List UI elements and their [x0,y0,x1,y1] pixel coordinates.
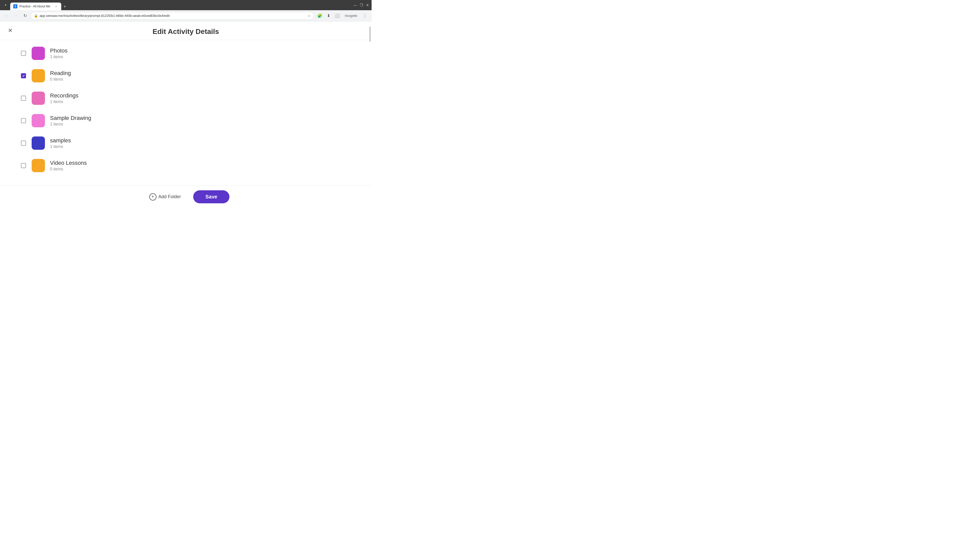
scrollbar-thumb [369,27,371,42]
item-name: Photos [50,48,351,54]
main-content: ✕ Edit Activity Details Photos1 itemsRea… [0,21,372,208]
checkbox-wrapper [21,50,27,56]
item-count: 1 items [50,122,351,127]
item-name: Sample Drawing [50,115,351,121]
item-count: 0 items [50,77,351,82]
browser-titlebar: ▾ S Practice - All About Me × + — ❐ ✕ [0,0,372,10]
folder-icon-5 [32,159,45,172]
list-item: Photos1 items [21,42,351,65]
item-name: Recordings [50,92,351,99]
checkbox-wrapper [21,140,27,146]
tab-close-btn[interactable]: × [54,4,58,8]
item-info: Sample Drawing1 items [50,115,351,127]
item-count: 1 items [50,100,351,104]
browser-tabs: S Practice - All About Me × + [10,0,350,10]
checkbox-0[interactable] [21,51,26,56]
checkbox-wrapper [21,73,27,79]
secure-icon: 🔒 [34,14,38,17]
window-controls: — ❐ ✕ [353,3,369,7]
folder-list: Photos1 itemsReading0 itemsRecordings1 i… [0,40,372,206]
checkbox-5[interactable] [21,163,26,168]
checkbox-wrapper [21,95,27,101]
modal-header: ✕ Edit Activity Details [0,21,372,40]
active-tab[interactable]: S Practice - All About Me × [10,3,61,10]
download-icon[interactable]: ⬇ [325,12,332,19]
reload-btn[interactable]: ↻ [21,12,29,19]
folder-icon-2 [32,92,45,105]
tab-title: Practice - All About Me [19,5,52,8]
folder-icon-4 [32,137,45,150]
list-item: Reading0 items [21,65,351,87]
checkbox-wrapper [21,118,27,124]
bookmark-icon[interactable]: ☆ [307,14,311,18]
folder-icon-3 [32,114,45,127]
checkbox-1[interactable] [21,73,26,78]
modal-close-btn[interactable]: ✕ [6,27,14,35]
address-bar[interactable]: 🔒 app.seesaw.me/#/activities/library/pro… [30,12,314,20]
add-folder-button[interactable]: + Add Folder [142,190,188,204]
toolbar-actions: 🧩 ⬇ ⬜ Incognito ⋮ [316,12,369,19]
browser-chrome: ▾ S Practice - All About Me × + — ❐ ✕ ← … [0,0,372,21]
item-count: 0 items [50,167,351,171]
item-info: Reading0 items [50,70,351,82]
tab-favicon: S [13,4,18,8]
item-info: Recordings1 items [50,92,351,104]
item-count: 1 items [50,55,351,59]
maximize-btn[interactable]: ❐ [360,3,363,7]
checkbox-3[interactable] [21,118,26,123]
incognito-btn[interactable]: Incognito [342,13,360,19]
list-item: Recordings1 items [21,87,351,110]
add-folder-label: Add Folder [159,194,181,200]
extensions-icon[interactable]: 🧩 [316,12,323,19]
profile-icon[interactable]: ⬜ [334,12,341,19]
browser-toolbar: ← → ↻ 🔒 app.seesaw.me/#/activities/libra… [0,10,372,21]
item-name: Video Lessons [50,160,351,166]
forward-btn[interactable]: → [12,12,19,19]
scrollbar-track [369,27,371,208]
list-item: Sample Drawing1 items [21,110,351,132]
item-info: samples1 items [50,137,351,149]
item-count: 1 items [50,144,351,149]
new-tab-btn[interactable]: + [61,3,68,10]
modal-title: Edit Activity Details [153,27,219,36]
checkbox-wrapper [21,162,27,168]
incognito-label: Incognito [345,14,357,17]
checkbox-4[interactable] [21,141,26,146]
save-button[interactable]: Save [193,190,230,203]
menu-btn[interactable]: ⋮ [361,12,369,19]
checkbox-2[interactable] [21,96,26,101]
address-url[interactable]: app.seesaw.me/#/activities/library/promp… [40,14,306,17]
folder-icon-1 [32,69,45,83]
item-info: Video Lessons0 items [50,160,351,171]
tab-switcher[interactable]: ▾ [2,2,9,9]
folder-icon-0 [32,47,45,60]
back-btn[interactable]: ← [3,12,10,19]
item-name: Reading [50,70,351,76]
item-name: samples [50,137,351,144]
list-item: Video Lessons0 items [21,154,351,177]
item-info: Photos1 items [50,48,351,59]
action-bar: + Add Folder Save [0,185,372,208]
scrollbar[interactable] [369,21,371,208]
list-item: samples1 items [21,132,351,154]
close-window-btn[interactable]: ✕ [366,3,369,7]
plus-circle-icon: + [149,193,156,200]
minimize-btn[interactable]: — [353,3,357,7]
